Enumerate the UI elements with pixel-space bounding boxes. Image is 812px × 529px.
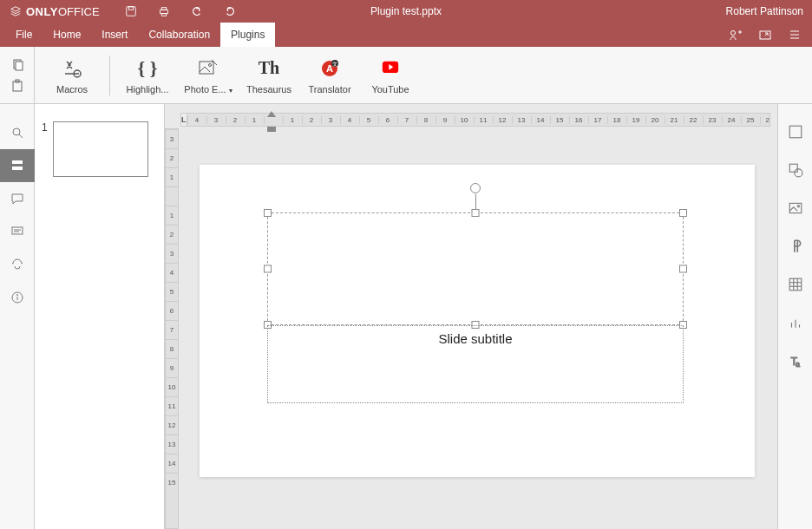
photo-icon	[198, 56, 219, 81]
svg-rect-35	[789, 126, 802, 138]
resize-handle-n[interactable]	[472, 209, 480, 217]
svg-rect-29	[12, 227, 23, 234]
user-name[interactable]: Robert Pattinson	[726, 5, 803, 17]
open-location-icon[interactable]	[758, 28, 772, 42]
tab-plugins[interactable]: Plugins	[220, 23, 275, 47]
slide-canvas[interactable]: Slide subtitle	[200, 165, 755, 477]
ribbon: Macros { } Highligh... Photo E... ▾ Th T…	[0, 47, 812, 104]
rotation-handle[interactable]	[470, 183, 481, 193]
editor-area[interactable]: L 43211234567891011121314151617181920212…	[165, 104, 777, 529]
menubar-right-icons	[729, 23, 812, 47]
copy-icon[interactable]	[10, 58, 24, 72]
app-logo: ONLYOFFICE	[9, 4, 100, 18]
shape-settings-button[interactable]	[785, 160, 806, 180]
subtitle-placeholder[interactable]: Slide subtitle	[267, 325, 684, 403]
tab-file[interactable]: File	[5, 23, 43, 47]
svg-rect-2	[160, 10, 167, 13]
chart-settings-button[interactable]	[785, 312, 806, 333]
svg-point-39	[797, 206, 799, 207]
vertical-ruler[interactable]: 321123456789101112131415	[165, 128, 179, 529]
paste-icon[interactable]	[10, 79, 24, 93]
main-area: 1 L 432112345678910111213141516171819202…	[0, 104, 812, 529]
macros-label: Macros	[56, 84, 88, 95]
print-icon[interactable]	[157, 4, 171, 18]
plugin-group: Macros { } Highligh... Photo E... ▾ Th T…	[35, 47, 428, 103]
svg-rect-28	[12, 167, 23, 170]
macros-icon	[62, 56, 82, 81]
resize-handle-ne[interactable]	[679, 209, 687, 217]
svg-point-37	[794, 169, 802, 177]
redo-icon[interactable]	[223, 4, 237, 18]
svg-text:文: 文	[332, 61, 337, 67]
about-button[interactable]	[0, 281, 35, 314]
translator-icon: A文	[319, 56, 340, 81]
search-button[interactable]	[0, 116, 35, 149]
svg-text:a: a	[796, 360, 800, 369]
image-settings-button[interactable]	[785, 198, 806, 219]
youtube-label: YouTube	[371, 84, 409, 95]
thesaurus-button[interactable]: Th Thesaurus	[240, 49, 298, 101]
svg-rect-3	[161, 8, 166, 10]
share-icon[interactable]	[729, 28, 743, 42]
resize-handle-e[interactable]	[679, 265, 687, 273]
svg-point-34	[16, 295, 17, 296]
indent-marker-top[interactable]	[267, 111, 276, 117]
logo-icon	[9, 4, 23, 18]
undo-icon[interactable]	[190, 4, 204, 18]
photo-label: Photo E... ▾	[184, 84, 232, 95]
menu-bar: File Home Insert Collaboration Plugins	[0, 23, 812, 47]
thesaurus-label: Thesaurus	[246, 84, 291, 95]
tab-collaboration[interactable]: Collaboration	[138, 23, 220, 47]
clipboard-group	[0, 47, 35, 103]
title-bar: ONLYOFFICE Plugin test.pptx Robert Patti…	[0, 0, 812, 23]
resize-handle-w[interactable]	[264, 265, 272, 273]
highlight-button[interactable]: { } Highligh...	[119, 49, 176, 101]
macros-button[interactable]: Macros	[43, 49, 101, 101]
feedback-button[interactable]	[0, 248, 35, 281]
svg-rect-36	[789, 164, 797, 172]
svg-rect-17	[200, 62, 213, 74]
tab-home[interactable]: Home	[43, 23, 91, 47]
save-icon[interactable]	[124, 4, 138, 18]
separator	[109, 56, 110, 95]
translator-button[interactable]: A文 Translator	[301, 49, 358, 101]
translator-label: Translator	[308, 84, 350, 95]
textart-settings-button[interactable]: Ta	[785, 350, 806, 371]
subtitle-text: Slide subtitle	[438, 331, 512, 346]
photo-editor-button[interactable]: Photo E... ▾	[180, 49, 237, 101]
logo-text-bold: ONLY	[26, 5, 58, 18]
svg-rect-0	[126, 7, 135, 16]
title-placeholder[interactable]	[267, 212, 684, 325]
thesaurus-icon: Th	[259, 56, 279, 81]
slide-thumbnail-1[interactable]	[53, 121, 148, 177]
indent-marker-bottom[interactable]	[267, 127, 276, 132]
svg-point-5	[731, 31, 736, 36]
comments-button[interactable]	[0, 182, 35, 215]
svg-point-18	[209, 63, 212, 66]
right-toolbar: Ta	[777, 104, 812, 529]
highlight-icon: { }	[138, 56, 158, 81]
slide-number: 1	[42, 121, 48, 512]
chat-button[interactable]	[0, 215, 35, 248]
svg-rect-38	[789, 203, 802, 212]
svg-rect-14	[16, 62, 23, 70]
svg-rect-40	[789, 278, 802, 291]
youtube-button[interactable]: YouTube	[362, 49, 419, 101]
highlight-label: Highligh...	[127, 84, 169, 95]
left-toolbar	[0, 104, 35, 529]
slide-settings-button[interactable]	[785, 121, 806, 142]
svg-rect-1	[128, 7, 133, 10]
hamburger-icon[interactable]	[788, 28, 802, 42]
document-title: Plugin test.pptx	[370, 5, 442, 17]
thumbnails-panel: 1	[35, 104, 165, 529]
svg-rect-15	[13, 82, 22, 91]
chevron-down-icon: ▾	[229, 87, 232, 95]
logo-text: OFFICE	[58, 5, 100, 18]
slides-panel-button[interactable]	[0, 149, 35, 182]
tab-insert[interactable]: Insert	[91, 23, 138, 47]
quick-access-toolbar	[124, 4, 237, 18]
svg-point-25	[13, 128, 20, 135]
resize-handle-nw[interactable]	[264, 209, 272, 217]
table-settings-button[interactable]	[785, 274, 806, 295]
paragraph-settings-button[interactable]	[785, 236, 806, 257]
